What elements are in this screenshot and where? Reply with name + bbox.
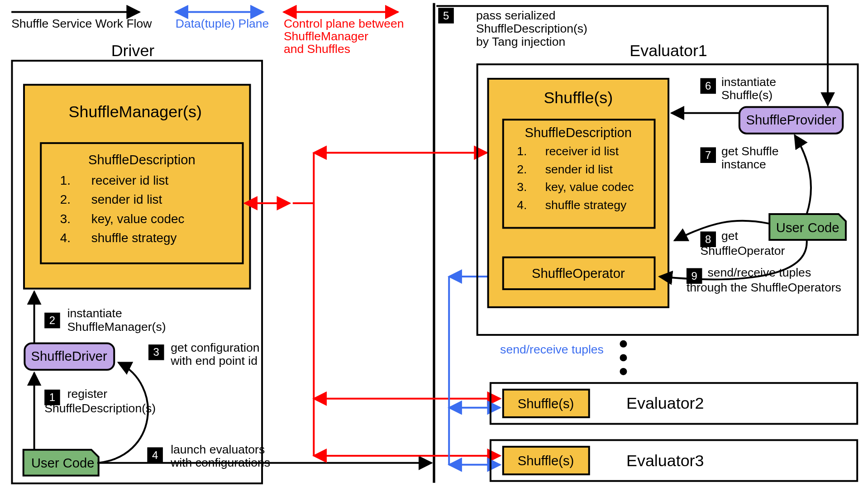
step7-l1: get Shuffle	[721, 144, 778, 158]
send-receive-tuples-label: send/receive tuples	[500, 343, 604, 356]
step2-l2: ShuffleManager(s)	[67, 320, 166, 334]
shuffles-title: Shuffle(s)	[544, 89, 613, 107]
eval-user-code-label: User Code	[776, 220, 839, 235]
eval-desc-v1: receiver id list	[545, 144, 619, 158]
legend-label-controlplane-2: ShuffleManager	[284, 29, 368, 43]
diagram: Shuffle Service Work Flow Data(tuple) Pl…	[0, 0, 868, 487]
driver-desc-title: ShuffleDescription	[88, 153, 196, 167]
step1-l2: ShuffleDescription(s)	[44, 401, 156, 415]
eval-desc-title: ShuffleDescription	[525, 125, 632, 140]
step8-l2: ShuffleOperator	[700, 244, 785, 258]
shuffle-manager-title: ShuffleManager(s)	[69, 103, 202, 121]
shuffle-operator-label: ShuffleOperator	[532, 266, 625, 281]
shuffle-provider-label: ShuffleProvider	[746, 113, 836, 127]
evaluator1-title: Evaluator1	[630, 42, 707, 60]
evaluator2-shuffle-label: Shuffle(s)	[518, 396, 574, 411]
step6-l1: instantiate	[721, 75, 776, 89]
driver-title: Driver	[111, 42, 155, 60]
badge-9-num: 9	[692, 270, 697, 282]
step6-l2: Shuffle(s)	[721, 88, 773, 102]
driver-desc-n1: 1.	[60, 173, 71, 187]
step4-l2: with configurations	[170, 456, 270, 469]
evaluator3-title: Evaluator3	[626, 452, 704, 470]
driver-desc-v4: shuffle strategy	[91, 231, 177, 245]
eval-desc-n4: 4.	[517, 198, 527, 212]
driver-desc-n2: 2.	[60, 192, 71, 206]
eval-desc-n3: 3.	[517, 180, 527, 194]
badge-2-num: 2	[49, 314, 55, 326]
driver-desc-v1: receiver id list	[91, 173, 169, 187]
legend-label-controlplane-3: and Shuffles	[284, 42, 350, 56]
step5-l2: ShuffleDescription(s)	[476, 22, 587, 35]
step7-l2: instance	[721, 158, 766, 171]
badge-6-num: 6	[705, 80, 711, 92]
badge-3-num: 3	[153, 346, 159, 358]
step3-l1: get configuration	[171, 341, 259, 354]
step4-l1: launch evaluators	[171, 443, 265, 456]
step1-l1: register	[67, 387, 108, 401]
badge-4-num: 4	[152, 449, 158, 461]
step8-l1: get	[721, 229, 739, 243]
step9-l2: through the ShuffleOperators	[687, 281, 841, 294]
shuffle-driver-label: ShuffleDriver	[31, 349, 107, 363]
evaluator2-title: Evaluator2	[626, 394, 704, 412]
eval-desc-v4: shuffle strategy	[545, 198, 627, 212]
ellipsis-dot	[620, 340, 627, 348]
badge-5-num: 5	[443, 10, 449, 22]
step3-l2: with end point id	[170, 354, 258, 368]
eval-desc-n2: 2.	[517, 162, 527, 176]
eval-desc-v3: key, value codec	[545, 180, 634, 194]
step5-l3: by Tang injection	[476, 35, 565, 48]
legend-label-workflow: Shuffle Service Work Flow	[11, 17, 152, 30]
ellipsis-dot	[620, 354, 627, 361]
driver-desc-v3: key, value codec	[91, 212, 185, 226]
badge-8-num: 8	[705, 233, 711, 245]
eval-desc-n1: 1.	[517, 144, 527, 158]
driver-desc-n4: 4.	[60, 231, 71, 245]
evaluator3-shuffle-label: Shuffle(s)	[518, 454, 574, 468]
arrow-step7	[795, 135, 811, 214]
ellipsis-dot	[620, 368, 627, 375]
legend-label-controlplane-1: Control plane between	[284, 17, 404, 30]
step9-l1: send/receive tuples	[707, 266, 811, 279]
driver-user-code-label: User Code	[31, 456, 95, 470]
step2-l1: instantiate	[67, 306, 122, 320]
driver-desc-n3: 3.	[60, 212, 71, 226]
badge-7-num: 7	[705, 149, 711, 161]
eval-desc-v2: sender id list	[545, 162, 613, 176]
legend-label-dataplane: Data(tuple) Plane	[176, 17, 269, 30]
driver-desc-v2: sender id list	[91, 192, 162, 206]
step5-l1: pass serialized	[476, 9, 556, 22]
